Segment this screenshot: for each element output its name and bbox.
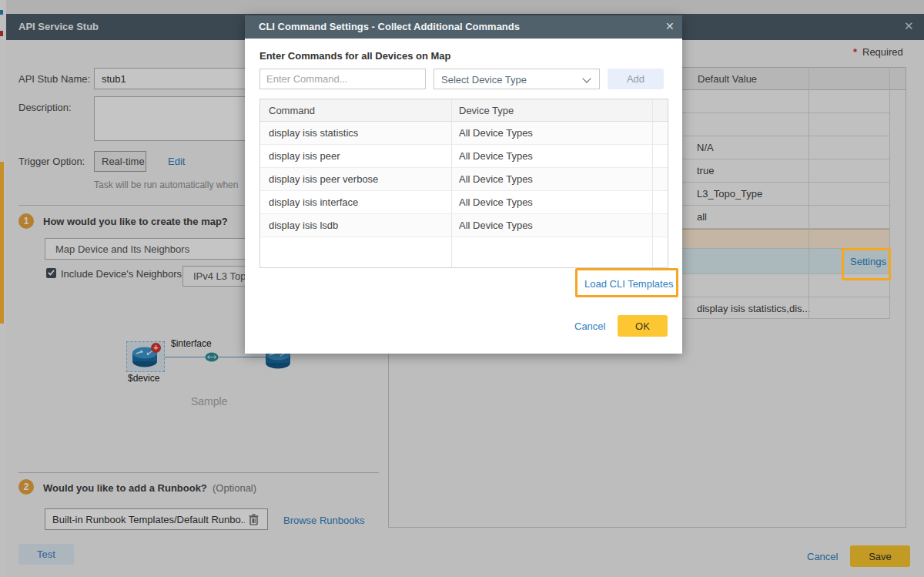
modal-close-icon[interactable]: ✕ bbox=[665, 20, 675, 32]
command-column-header: Command bbox=[269, 105, 315, 116]
chevron-down-icon bbox=[582, 74, 591, 82]
screen: API Service Stub ✕ API Stub Name: Descri… bbox=[0, 0, 924, 577]
command-row[interactable]: display isis statistics All Device Types bbox=[260, 122, 668, 145]
command-row[interactable]: display isis interface All Device Types bbox=[260, 191, 668, 214]
annotation-load-cli-templates bbox=[575, 268, 678, 297]
command-input[interactable] bbox=[259, 69, 426, 89]
modal-titlebar: CLI Command Settings - Collect Additiona… bbox=[245, 15, 682, 39]
command-table-gutter-divider bbox=[652, 99, 653, 267]
cli-command-settings-modal: CLI Command Settings - Collect Additiona… bbox=[245, 15, 682, 354]
ok-button[interactable]: OK bbox=[618, 315, 668, 337]
device-type-column-header: Device Type bbox=[459, 105, 514, 116]
command-row[interactable]: display isis peer verbose All Device Typ… bbox=[260, 168, 668, 191]
command-table-column-divider bbox=[451, 99, 452, 267]
modal-cancel-link[interactable]: Cancel bbox=[574, 320, 605, 332]
command-table-header: Command Device Type bbox=[260, 99, 668, 122]
command-row[interactable]: display isis peer All Device Types bbox=[260, 145, 668, 168]
device-type-select[interactable]: Select Device Type bbox=[434, 69, 600, 89]
device-type-select-value: Select Device Type bbox=[441, 74, 527, 86]
add-button[interactable]: Add bbox=[608, 69, 664, 89]
annotation-settings bbox=[842, 248, 891, 280]
command-row[interactable]: display isis lsdb All Device Types bbox=[260, 214, 668, 237]
modal-title: CLI Command Settings - Collect Additiona… bbox=[259, 21, 520, 32]
command-table: Command Device Type display isis statist… bbox=[259, 99, 668, 268]
modal-section-label: Enter Commands for all Devices on Map bbox=[259, 50, 451, 62]
